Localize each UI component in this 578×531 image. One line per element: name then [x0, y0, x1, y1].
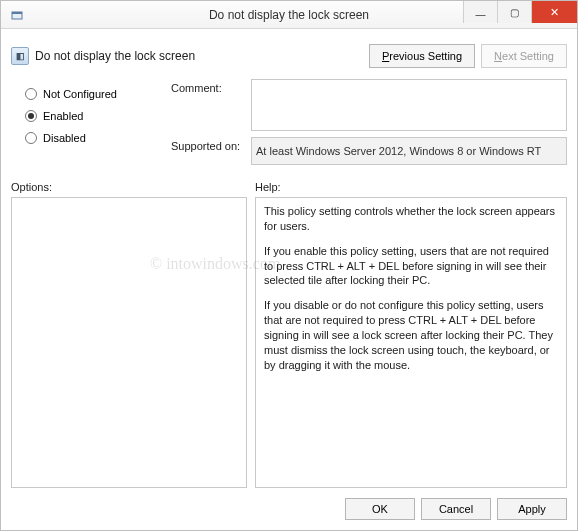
- help-label: Help:: [255, 181, 281, 193]
- help-paragraph: This policy setting controls whether the…: [264, 204, 558, 234]
- cancel-button[interactable]: Cancel: [421, 498, 491, 520]
- help-panel[interactable]: This policy setting controls whether the…: [255, 197, 567, 488]
- radio-label: Enabled: [43, 110, 83, 122]
- next-setting-button[interactable]: Next Setting: [481, 44, 567, 68]
- help-paragraph: If you disable or do not configure this …: [264, 298, 558, 372]
- comment-label: Comment:: [171, 79, 251, 94]
- content-area: ◧ Do not display the lock screen Previou…: [1, 29, 577, 530]
- window-controls: [463, 1, 577, 23]
- apply-button[interactable]: Apply: [497, 498, 567, 520]
- help-paragraph: If you enable this policy setting, users…: [264, 244, 558, 289]
- panels: This policy setting controls whether the…: [11, 197, 567, 488]
- supported-box: At least Windows Server 2012, Windows 8 …: [251, 137, 567, 165]
- close-button[interactable]: [531, 1, 577, 23]
- radio-label: Disabled: [43, 132, 86, 144]
- maximize-button[interactable]: [497, 1, 531, 23]
- radio-icon: [25, 88, 37, 100]
- header-row: ◧ Do not display the lock screen Previou…: [11, 37, 567, 75]
- radio-disabled[interactable]: Disabled: [11, 127, 171, 149]
- radio-icon: [25, 132, 37, 144]
- config-row: Not Configured Enabled Disabled Comment:…: [11, 79, 567, 171]
- policy-icon: ◧: [11, 47, 29, 65]
- supported-label: Supported on:: [171, 137, 251, 152]
- radio-enabled[interactable]: Enabled: [11, 105, 171, 127]
- panel-labels: Options: Help:: [11, 181, 567, 193]
- previous-setting-button[interactable]: Previous Setting: [369, 44, 475, 68]
- radio-icon: [25, 110, 37, 122]
- radio-not-configured[interactable]: Not Configured: [11, 83, 171, 105]
- right-fields: Comment: Supported on: At least Windows …: [171, 79, 567, 171]
- footer-buttons: OK Cancel Apply: [11, 488, 567, 520]
- comment-textarea[interactable]: [251, 79, 567, 131]
- options-label: Options:: [11, 181, 255, 193]
- minimize-button[interactable]: [463, 1, 497, 23]
- app-icon: [9, 7, 25, 23]
- titlebar: Do not display the lock screen: [1, 1, 577, 29]
- options-panel[interactable]: [11, 197, 247, 488]
- ok-button[interactable]: OK: [345, 498, 415, 520]
- policy-title: Do not display the lock screen: [35, 49, 195, 63]
- svg-rect-1: [12, 12, 22, 14]
- state-radios: Not Configured Enabled Disabled: [11, 79, 171, 171]
- radio-label: Not Configured: [43, 88, 117, 100]
